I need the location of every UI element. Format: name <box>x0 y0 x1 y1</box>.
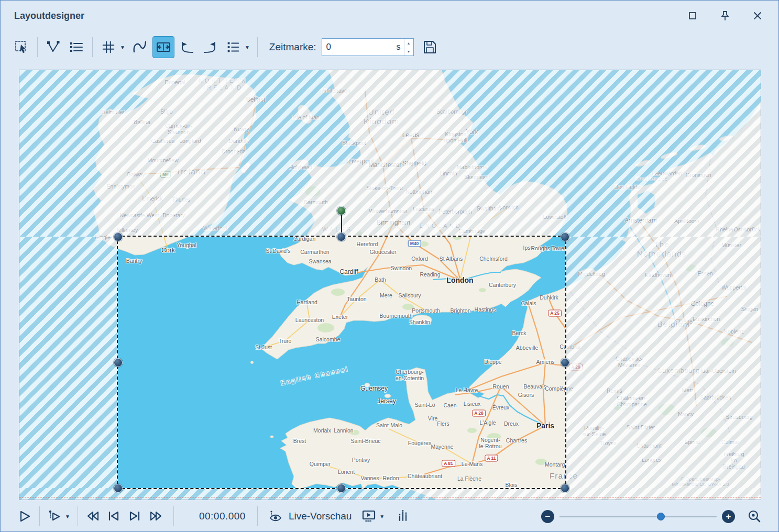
close-icon <box>752 10 763 21</box>
zoom-in-button[interactable]: + <box>722 510 735 523</box>
skip-start-icon <box>85 509 100 524</box>
selection-handle-se[interactable] <box>561 484 569 493</box>
window-controls <box>683 7 767 25</box>
toolbar: ▼ <box>1 31 778 63</box>
preview-display-dropdown-arrow[interactable]: ▼ <box>379 514 385 519</box>
pin-icon <box>719 10 731 21</box>
skip-end-icon <box>148 509 163 524</box>
zoom-slider[interactable] <box>559 510 717 523</box>
toolbar-divider <box>37 37 38 57</box>
zeitmarke-spin-up[interactable]: ▲ <box>404 39 413 47</box>
next-frame-icon <box>127 509 142 524</box>
hatch-overlay-left <box>19 237 118 488</box>
zoom-out-button[interactable]: − <box>541 510 554 523</box>
preview-display-button[interactable] <box>360 507 378 525</box>
save-button[interactable] <box>419 37 440 58</box>
grid-dropdown-arrow[interactable]: ▼ <box>120 45 125 50</box>
zoom-fit-button[interactable] <box>745 507 763 525</box>
hatch-overlay-bottom <box>19 488 761 500</box>
selection-rect[interactable] <box>117 236 566 489</box>
live-preview-button[interactable] <box>266 507 284 525</box>
previous-frame-button[interactable] <box>105 507 123 525</box>
zeitmarke-field: s ▲ ▼ <box>322 38 414 56</box>
selection-handle-w[interactable] <box>114 358 123 367</box>
transport-bar: ▼ 00:00.000 Live-Vorschau <box>1 500 778 532</box>
live-preview-eye-icon <box>268 509 282 524</box>
layoutdesigner-window: Layoutdesigner <box>0 0 779 532</box>
stats-bars-icon <box>396 509 410 524</box>
align-waypoints-icon <box>68 39 85 56</box>
ease-out-button[interactable] <box>200 37 221 58</box>
previous-frame-icon <box>106 509 121 524</box>
hatch-overlay-right <box>565 237 761 488</box>
motion-path-icon <box>131 39 148 56</box>
waypoint-list-dropdown-arrow[interactable]: ▼ <box>245 45 250 50</box>
grid-button[interactable] <box>98 37 119 58</box>
zoom-fit-magnifier-icon <box>747 508 762 524</box>
ease-in-button[interactable] <box>177 37 198 58</box>
motion-path-button[interactable] <box>129 37 150 58</box>
skip-to-end-button[interactable] <box>147 507 164 525</box>
selection-handle-e[interactable] <box>561 358 569 367</box>
toolbar-divider <box>257 37 258 57</box>
layout-canvas[interactable]: NORTHERN IRELANDDonegalBelfastBelmulletS… <box>19 70 761 500</box>
zoom-slider-track[interactable] <box>559 516 717 517</box>
zeitmarke-unit: s <box>397 42 401 52</box>
selection-handle-nw[interactable] <box>114 232 123 241</box>
live-preview-label: Live-Vorschau <box>289 511 352 522</box>
selection-handle-sw[interactable] <box>114 484 123 493</box>
play-from-marker-icon <box>47 509 62 524</box>
time-display: 00:00.000 <box>199 511 246 522</box>
align-waypoints-button[interactable] <box>66 37 87 58</box>
close-button[interactable] <box>748 7 767 25</box>
zeitmarke-label: Zeitmarke: <box>269 41 316 53</box>
bottombar-divider <box>78 506 78 526</box>
play-options-dropdown-arrow[interactable]: ▼ <box>65 514 70 519</box>
selection-handle-n[interactable] <box>337 232 346 241</box>
ease-in-icon <box>179 39 195 56</box>
pin-button[interactable] <box>716 7 734 25</box>
stats-bars-button[interactable] <box>394 507 412 525</box>
zeitmarke-spinner: ▲ ▼ <box>404 39 413 56</box>
preview-display-icon <box>361 508 377 524</box>
play-icon <box>17 509 32 524</box>
bottombar-divider <box>39 506 40 526</box>
titlebar: Layoutdesigner <box>1 1 778 31</box>
skip-to-start-button[interactable] <box>84 507 102 525</box>
next-frame-button[interactable] <box>126 507 144 525</box>
ease-out-icon <box>202 39 218 56</box>
zeitmarke-input[interactable] <box>322 41 397 53</box>
select-tool-button[interactable] <box>11 37 32 58</box>
camera-pan-button[interactable] <box>152 36 174 58</box>
grid-icon <box>101 39 116 55</box>
select-tool-icon <box>13 39 30 56</box>
curve-edit-button[interactable] <box>43 37 64 58</box>
play-button[interactable] <box>16 507 34 525</box>
play-from-marker-button[interactable] <box>46 507 63 525</box>
waypoint-list-icon <box>225 39 241 55</box>
bottombar-divider <box>257 506 258 526</box>
save-icon <box>421 39 438 56</box>
hatch-overlay-top <box>19 70 761 237</box>
rotation-handle[interactable] <box>337 206 346 215</box>
selection-handle-s[interactable] <box>337 484 346 493</box>
curve-edit-icon <box>45 39 62 56</box>
bottombar-divider <box>173 506 174 526</box>
selection-handle-ne[interactable] <box>561 232 569 241</box>
toolbar-divider <box>92 37 93 57</box>
zoom-slider-thumb[interactable] <box>657 513 665 520</box>
waypoint-list-button[interactable] <box>223 37 244 58</box>
camera-pan-icon <box>155 39 172 56</box>
bottom-guide-line <box>19 497 761 497</box>
zeitmarke-spin-down[interactable]: ▼ <box>404 47 413 56</box>
maximize-icon <box>687 10 698 21</box>
window-title: Layoutdesigner <box>14 10 84 21</box>
maximize-button[interactable] <box>683 7 702 25</box>
